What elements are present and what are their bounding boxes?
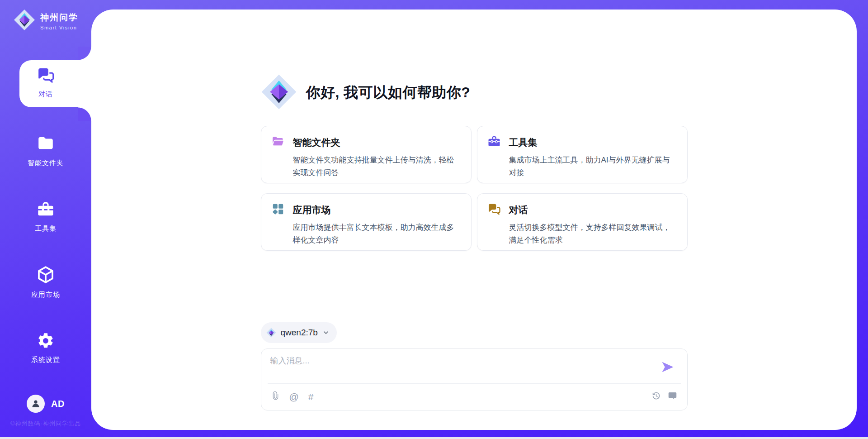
logo-diamond-icon [14, 9, 35, 33]
chat-bubbles-icon [487, 202, 501, 218]
history-button[interactable] [651, 391, 661, 402]
at-sign-icon: @ [289, 391, 299, 402]
logo-diamond-icon [261, 74, 297, 112]
history-clock-icon [651, 391, 661, 402]
card-title: 应用市场 [293, 204, 331, 216]
sidebar-item-chat[interactable]: 对话 [0, 66, 91, 99]
sidebar-item-label: 应用市场 [31, 291, 60, 299]
app-title: 神州问学 [40, 12, 78, 24]
sidebar-item-label: 对话 [38, 90, 53, 99]
copyright-footer: ©神州数码·神州问学出品 [0, 420, 91, 428]
sidebar-item-app-market[interactable]: 应用市场 [0, 265, 91, 299]
card-title: 对话 [509, 204, 528, 216]
send-icon [661, 368, 675, 375]
app-logo: 神州问学 Smart Vision [14, 9, 78, 33]
toolbox-icon [487, 135, 501, 150]
main-panel: 你好, 我可以如何帮助你? 智能文件夹 智能文件夹功能支持批量文件上传与清洗，轻… [91, 10, 857, 430]
app-grid-icon [271, 202, 285, 218]
card-toolset[interactable]: 工具集 集成市场上主流工具，助力AI与外界无缝扩展与对接 [477, 126, 688, 183]
sidebar-item-smart-folder[interactable]: 智能文件夹 [0, 134, 91, 167]
sidebar-item-settings[interactable]: 系统设置 [0, 332, 91, 364]
hash-icon: # [308, 391, 314, 402]
card-title: 智能文件夹 [293, 136, 340, 149]
card-smart-folder[interactable]: 智能文件夹 智能文件夹功能支持批量文件上传与清洗，轻松实现文件问答 [261, 126, 472, 183]
new-chat-button[interactable] [668, 391, 677, 402]
cube-icon [36, 265, 56, 286]
folder-open-icon [271, 135, 285, 150]
window-bottom-strip [0, 437, 868, 439]
tab-curve-bottom [78, 107, 91, 121]
chevron-down-icon [322, 329, 330, 336]
card-title: 工具集 [509, 136, 538, 149]
card-chat[interactable]: 对话 灵活切换多模型文件，支持多样回复效果调试，满足个性化需求 [477, 193, 688, 251]
sidebar-item-label: 工具集 [35, 224, 57, 233]
user-name: AD [51, 399, 65, 409]
card-description: 集成市场上主流工具，助力AI与外界无缝扩展与对接 [509, 154, 676, 179]
card-app-market[interactable]: 应用市场 应用市场提供丰富长文本模板，助力高效生成多样化文章内容 [261, 193, 472, 251]
greeting-title: 你好, 我可以如何帮助你? [306, 83, 471, 103]
comment-icon [668, 391, 677, 402]
user-account[interactable]: AD [0, 395, 91, 413]
app-subtitle: Smart Vision [40, 25, 78, 30]
model-name: qwen2:7b [281, 328, 318, 338]
message-input[interactable] [270, 355, 655, 382]
paperclip-icon [271, 391, 280, 402]
greeting-block: 你好, 我可以如何帮助你? [261, 74, 688, 112]
topic-button[interactable]: # [308, 392, 314, 401]
card-description: 智能文件夹功能支持批量文件上传与清洗，轻松实现文件问答 [293, 154, 460, 179]
card-description: 应用市场提供丰富长文本模板，助力高效生成多样化文章内容 [293, 221, 460, 246]
sidebar-item-label: 智能文件夹 [28, 159, 64, 167]
mention-button[interactable]: @ [289, 392, 299, 401]
avatar [27, 395, 45, 413]
tab-curve-top [78, 47, 91, 60]
model-selector[interactable]: qwen2:7b [261, 322, 337, 343]
toolbox-icon [36, 200, 55, 220]
folder-icon [36, 134, 55, 155]
sidebar-item-toolset[interactable]: 工具集 [0, 200, 91, 233]
sidebar-item-label: 系统设置 [31, 356, 60, 364]
logo-diamond-icon [266, 328, 276, 338]
gear-icon [37, 332, 55, 352]
chat-bubbles-icon [37, 66, 55, 86]
attach-file-button[interactable] [271, 391, 280, 402]
feature-cards: 智能文件夹 智能文件夹功能支持批量文件上传与清洗，轻松实现文件问答 [261, 126, 688, 251]
card-description: 灵活切换多模型文件，支持多样回复效果调试，满足个性化需求 [509, 221, 676, 246]
message-composer: @ # [261, 348, 688, 410]
send-button[interactable] [660, 360, 675, 375]
